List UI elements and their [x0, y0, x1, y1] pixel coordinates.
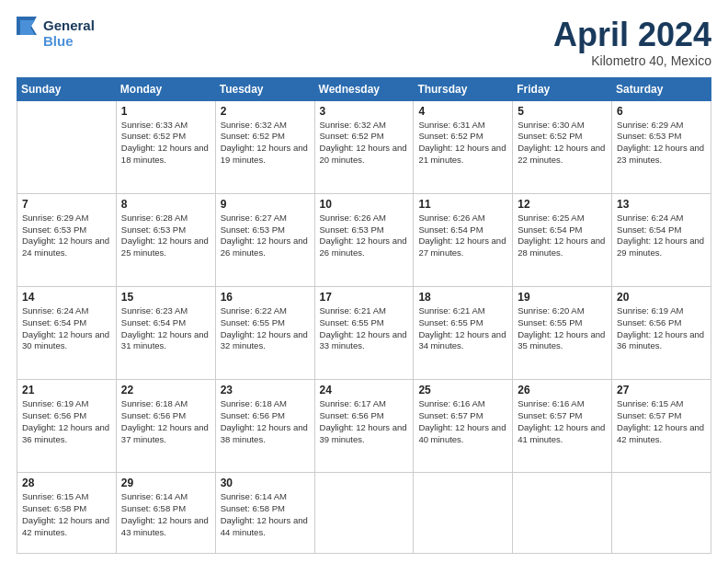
day-info: Sunrise: 6:18 AMSunset: 6:56 PMDaylight:…: [221, 398, 310, 445]
day-info: Sunrise: 6:14 AMSunset: 6:58 PMDaylight:…: [221, 491, 310, 538]
day-info: Sunrise: 6:17 AMSunset: 6:56 PMDaylight:…: [320, 398, 409, 445]
location-subtitle: Kilometro 40, Mexico: [553, 53, 711, 68]
day-info: Sunrise: 6:30 AMSunset: 6:52 PMDaylight:…: [518, 120, 607, 167]
calendar-table: SundayMondayTuesdayWednesdayThursdayFrid…: [17, 77, 711, 554]
day-number: 30: [221, 477, 310, 489]
logo: GeneralBlue: [17, 17, 95, 50]
day-number: 5: [518, 105, 607, 118]
day-info: Sunrise: 6:32 AMSunset: 6:52 PMDaylight:…: [221, 120, 310, 167]
day-number: 1: [121, 105, 210, 118]
weekday-header-sunday: Sunday: [17, 77, 117, 100]
calendar-cell: 28Sunrise: 6:15 AMSunset: 6:58 PMDayligh…: [17, 473, 117, 554]
day-info: Sunrise: 6:29 AMSunset: 6:53 PMDaylight:…: [617, 120, 706, 167]
day-info: Sunrise: 6:24 AMSunset: 6:54 PMDaylight:…: [22, 305, 111, 352]
day-number: 15: [121, 291, 210, 304]
day-info: Sunrise: 6:14 AMSunset: 6:58 PMDaylight:…: [121, 491, 210, 538]
weekday-header-row: SundayMondayTuesdayWednesdayThursdayFrid…: [17, 77, 711, 100]
day-number: 20: [617, 291, 706, 304]
day-number: 8: [121, 198, 210, 211]
day-info: Sunrise: 6:21 AMSunset: 6:55 PMDaylight:…: [320, 305, 409, 352]
header: GeneralBlue April 2024 Kilometro 40, Mex…: [17, 17, 711, 68]
weekday-header-wednesday: Wednesday: [314, 77, 414, 100]
day-number: 24: [320, 384, 409, 396]
calendar-cell: [414, 473, 513, 554]
day-number: 9: [221, 198, 310, 211]
calendar-cell: 29Sunrise: 6:14 AMSunset: 6:58 PMDayligh…: [116, 473, 215, 554]
calendar-cell: [612, 473, 711, 554]
page: GeneralBlue April 2024 Kilometro 40, Mex…: [0, 0, 728, 563]
title-block: April 2024 Kilometro 40, Mexico: [553, 17, 711, 68]
day-number: 25: [418, 384, 507, 396]
calendar-week-row: 28Sunrise: 6:15 AMSunset: 6:58 PMDayligh…: [17, 473, 711, 554]
day-info: Sunrise: 6:32 AMSunset: 6:52 PMDaylight:…: [320, 120, 409, 167]
day-info: Sunrise: 6:22 AMSunset: 6:55 PMDaylight:…: [221, 305, 310, 352]
calendar-cell: 13Sunrise: 6:24 AMSunset: 6:54 PMDayligh…: [612, 193, 711, 286]
day-number: 16: [221, 291, 310, 304]
calendar-cell: [17, 100, 117, 193]
day-info: Sunrise: 6:26 AMSunset: 6:54 PMDaylight:…: [418, 213, 507, 259]
calendar-cell: 21Sunrise: 6:19 AMSunset: 6:56 PMDayligh…: [17, 380, 117, 473]
calendar-cell: 18Sunrise: 6:21 AMSunset: 6:55 PMDayligh…: [414, 286, 513, 379]
day-info: Sunrise: 6:33 AMSunset: 6:52 PMDaylight:…: [121, 120, 210, 167]
calendar-cell: 15Sunrise: 6:23 AMSunset: 6:54 PMDayligh…: [116, 286, 215, 379]
day-number: 3: [320, 105, 409, 118]
calendar-cell: 30Sunrise: 6:14 AMSunset: 6:58 PMDayligh…: [215, 473, 314, 554]
logo-general: General: [43, 17, 95, 33]
day-info: Sunrise: 6:15 AMSunset: 6:58 PMDaylight:…: [22, 491, 111, 538]
calendar-cell: 2Sunrise: 6:32 AMSunset: 6:52 PMDaylight…: [215, 100, 314, 193]
calendar-week-row: 21Sunrise: 6:19 AMSunset: 6:56 PMDayligh…: [17, 380, 711, 473]
calendar-cell: 5Sunrise: 6:30 AMSunset: 6:52 PMDaylight…: [513, 100, 612, 193]
calendar-cell: 22Sunrise: 6:18 AMSunset: 6:56 PMDayligh…: [116, 380, 215, 473]
day-number: 29: [121, 477, 210, 489]
calendar-cell: [513, 473, 612, 554]
day-number: 28: [22, 477, 111, 489]
day-info: Sunrise: 6:23 AMSunset: 6:54 PMDaylight:…: [121, 305, 210, 352]
calendar-cell: 12Sunrise: 6:25 AMSunset: 6:54 PMDayligh…: [513, 193, 612, 286]
weekday-header-saturday: Saturday: [612, 77, 711, 100]
day-number: 21: [22, 384, 111, 396]
day-number: 18: [418, 291, 507, 304]
calendar-cell: 1Sunrise: 6:33 AMSunset: 6:52 PMDaylight…: [116, 100, 215, 193]
day-number: 12: [518, 198, 607, 211]
calendar-week-row: 7Sunrise: 6:29 AMSunset: 6:53 PMDaylight…: [17, 193, 711, 286]
day-info: Sunrise: 6:18 AMSunset: 6:56 PMDaylight:…: [121, 398, 210, 445]
weekday-header-thursday: Thursday: [414, 77, 513, 100]
calendar-cell: 17Sunrise: 6:21 AMSunset: 6:55 PMDayligh…: [314, 286, 414, 379]
day-info: Sunrise: 6:27 AMSunset: 6:53 PMDaylight:…: [221, 213, 310, 259]
calendar-cell: 7Sunrise: 6:29 AMSunset: 6:53 PMDaylight…: [17, 193, 117, 286]
day-number: 2: [221, 105, 310, 118]
calendar-cell: 26Sunrise: 6:16 AMSunset: 6:57 PMDayligh…: [513, 380, 612, 473]
weekday-header-friday: Friday: [513, 77, 612, 100]
logo-blue: Blue: [43, 33, 95, 49]
calendar-cell: 14Sunrise: 6:24 AMSunset: 6:54 PMDayligh…: [17, 286, 117, 379]
day-number: 26: [518, 384, 607, 396]
calendar-cell: 25Sunrise: 6:16 AMSunset: 6:57 PMDayligh…: [414, 380, 513, 473]
calendar-cell: 23Sunrise: 6:18 AMSunset: 6:56 PMDayligh…: [215, 380, 314, 473]
calendar-cell: 16Sunrise: 6:22 AMSunset: 6:55 PMDayligh…: [215, 286, 314, 379]
day-number: 7: [22, 198, 111, 211]
day-info: Sunrise: 6:16 AMSunset: 6:57 PMDaylight:…: [518, 398, 607, 445]
day-info: Sunrise: 6:16 AMSunset: 6:57 PMDaylight:…: [418, 398, 507, 445]
svg-marker-1: [20, 20, 35, 35]
day-number: 23: [221, 384, 310, 396]
month-title: April 2024: [553, 17, 711, 53]
logo-flag-icon: [17, 17, 37, 50]
day-info: Sunrise: 6:15 AMSunset: 6:57 PMDaylight:…: [617, 398, 706, 445]
day-number: 19: [518, 291, 607, 304]
calendar-week-row: 14Sunrise: 6:24 AMSunset: 6:54 PMDayligh…: [17, 286, 711, 379]
day-info: Sunrise: 6:19 AMSunset: 6:56 PMDaylight:…: [22, 398, 111, 445]
day-number: 4: [418, 105, 507, 118]
calendar-cell: 11Sunrise: 6:26 AMSunset: 6:54 PMDayligh…: [414, 193, 513, 286]
day-number: 27: [617, 384, 706, 396]
day-number: 6: [617, 105, 706, 118]
day-info: Sunrise: 6:28 AMSunset: 6:53 PMDaylight:…: [121, 213, 210, 259]
calendar-cell: 20Sunrise: 6:19 AMSunset: 6:56 PMDayligh…: [612, 286, 711, 379]
day-number: 11: [418, 198, 507, 211]
day-number: 22: [121, 384, 210, 396]
day-number: 13: [617, 198, 706, 211]
calendar-cell: 27Sunrise: 6:15 AMSunset: 6:57 PMDayligh…: [612, 380, 711, 473]
calendar-cell: 24Sunrise: 6:17 AMSunset: 6:56 PMDayligh…: [314, 380, 414, 473]
day-number: 10: [320, 198, 409, 211]
calendar-cell: 9Sunrise: 6:27 AMSunset: 6:53 PMDaylight…: [215, 193, 314, 286]
day-info: Sunrise: 6:24 AMSunset: 6:54 PMDaylight:…: [617, 213, 706, 259]
